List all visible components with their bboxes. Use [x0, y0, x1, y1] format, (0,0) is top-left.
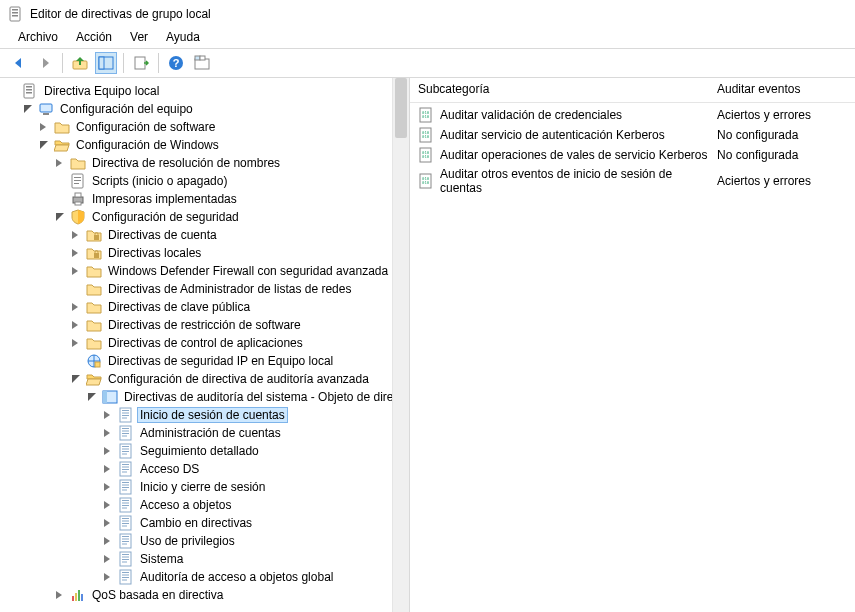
expand-icon[interactable] — [102, 409, 114, 421]
collapse-icon[interactable] — [70, 373, 82, 385]
toolbar-separator — [123, 53, 124, 73]
column-audit-events[interactable]: Auditar eventos — [717, 82, 847, 96]
up-button[interactable] — [69, 52, 91, 74]
body: Directiva Equipo local Configuración del… — [0, 78, 855, 612]
expand-icon[interactable] — [70, 229, 82, 241]
expand-icon[interactable] — [102, 427, 114, 439]
folder-lock-icon — [86, 245, 102, 261]
list-item[interactable]: Auditar otros eventos de inicio de sesió… — [418, 165, 847, 197]
menu-ayuda[interactable]: Ayuda — [158, 28, 208, 46]
menubar: Archivo Acción Ver Ayuda — [0, 26, 855, 49]
expand-icon[interactable] — [38, 121, 50, 133]
expand-icon[interactable] — [102, 463, 114, 475]
tree-item[interactable]: Directivas de restricción de software — [106, 318, 303, 332]
collapse-icon[interactable] — [38, 139, 50, 151]
tree-item[interactable]: Configuración de Windows — [74, 138, 221, 152]
tree-item[interactable]: Acceso a objetos — [138, 498, 233, 512]
tree-item-selected[interactable]: Inicio de sesión de cuentas — [138, 408, 287, 422]
help-button[interactable] — [165, 52, 187, 74]
scrollbar-thumb[interactable] — [395, 78, 407, 138]
menu-archivo[interactable]: Archivo — [10, 28, 66, 46]
policy-icon — [418, 107, 434, 123]
expand-icon[interactable] — [70, 319, 82, 331]
export-button[interactable] — [130, 52, 152, 74]
tree-item[interactable]: Cambio en directivas — [138, 516, 254, 530]
policy-name: Auditar servicio de autenticación Kerber… — [440, 128, 665, 142]
folder-icon — [86, 281, 102, 297]
tree-item[interactable]: Directivas de control de aplicaciones — [106, 336, 305, 350]
expand-icon[interactable] — [102, 535, 114, 547]
menu-ver[interactable]: Ver — [122, 28, 156, 46]
tree-item[interactable]: Windows Defender Firewall con seguridad … — [106, 264, 390, 278]
tree-item[interactable]: Sistema — [138, 552, 185, 566]
column-subcategory[interactable]: Subcategoría — [418, 82, 717, 96]
tree-item[interactable]: Configuración de seguridad — [90, 210, 241, 224]
tree-item[interactable]: Inicio y cierre de sesión — [138, 480, 267, 494]
tree-item[interactable]: Configuración de software — [74, 120, 217, 134]
policy-icon — [418, 147, 434, 163]
tree-item[interactable]: Configuración del equipo — [58, 102, 195, 116]
tree-item[interactable]: Administración de cuentas — [138, 426, 283, 440]
expand-icon[interactable] — [54, 157, 66, 169]
expand-icon[interactable] — [102, 553, 114, 565]
menu-accion[interactable]: Acción — [68, 28, 120, 46]
folder-icon — [54, 119, 70, 135]
tree-item[interactable]: Scripts (inicio o apagado) — [90, 174, 229, 188]
expand-icon[interactable] — [102, 571, 114, 583]
tree-item[interactable]: Directivas de clave pública — [106, 300, 252, 314]
back-button[interactable] — [8, 52, 30, 74]
tree-item[interactable]: Directivas de cuenta — [106, 228, 219, 242]
sheet-icon — [118, 425, 134, 441]
expand-icon[interactable] — [102, 445, 114, 457]
expand-icon[interactable] — [70, 301, 82, 313]
vertical-scrollbar[interactable] — [392, 78, 409, 612]
expand-icon[interactable] — [102, 517, 114, 529]
folder-open-icon — [54, 137, 70, 153]
expand-icon[interactable] — [70, 265, 82, 277]
expand-icon[interactable] — [102, 499, 114, 511]
tree-item[interactable]: Directiva de resolución de nombres — [90, 156, 282, 170]
folder-icon — [86, 317, 102, 333]
policy-icon — [418, 173, 434, 189]
list-item[interactable]: Auditar operaciones de vales de servicio… — [418, 145, 847, 165]
sheet-icon — [118, 461, 134, 477]
sheet-icon — [118, 533, 134, 549]
sheet-icon — [118, 479, 134, 495]
collapse-icon[interactable] — [22, 103, 34, 115]
tree-item[interactable]: Directivas de Administrador de listas de… — [106, 282, 353, 296]
tree-scroll[interactable]: Directiva Equipo local Configuración del… — [0, 78, 392, 612]
collapse-icon[interactable] — [54, 211, 66, 223]
view-tabs-button[interactable] — [191, 52, 213, 74]
expand-icon[interactable] — [102, 481, 114, 493]
folder-icon — [86, 335, 102, 351]
toolbar-separator — [62, 53, 63, 73]
collapse-icon[interactable] — [86, 391, 98, 403]
column-headers[interactable]: Subcategoría Auditar eventos — [410, 78, 855, 103]
sheet-icon — [118, 569, 134, 585]
qos-icon — [70, 587, 86, 603]
tree-item[interactable]: Directivas de seguridad IP en Equipo loc… — [106, 354, 335, 368]
tree-item[interactable]: Directivas locales — [106, 246, 203, 260]
show-tree-button[interactable] — [95, 52, 117, 74]
folder-open-icon — [86, 371, 102, 387]
sheet-icon — [118, 407, 134, 423]
expand-icon[interactable] — [54, 589, 66, 601]
expand-icon[interactable] — [70, 337, 82, 349]
shield-icon — [70, 209, 86, 225]
tree-item[interactable]: Acceso DS — [138, 462, 201, 476]
list-item[interactable]: Auditar validación de credenciales Acier… — [418, 105, 847, 125]
list-item[interactable]: Auditar servicio de autenticación Kerber… — [418, 125, 847, 145]
expand-icon[interactable] — [70, 247, 82, 259]
tree-item[interactable]: Uso de privilegios — [138, 534, 237, 548]
folder-icon — [86, 263, 102, 279]
forward-button[interactable] — [34, 52, 56, 74]
tree-root[interactable]: Directiva Equipo local — [42, 84, 161, 98]
tree-item[interactable]: QoS basada en directiva — [90, 588, 225, 602]
tree-item[interactable]: Impresoras implementadas — [90, 192, 239, 206]
tree-item[interactable]: Configuración de directiva de auditoría … — [106, 372, 371, 386]
tree-item[interactable]: Seguimiento detallado — [138, 444, 261, 458]
sheet-icon — [118, 443, 134, 459]
tree-item[interactable]: Directivas de auditoría del sistema - Ob… — [122, 390, 392, 404]
tree-item[interactable]: Auditoría de acceso a objetos global — [138, 570, 335, 584]
sheet-icon — [118, 515, 134, 531]
